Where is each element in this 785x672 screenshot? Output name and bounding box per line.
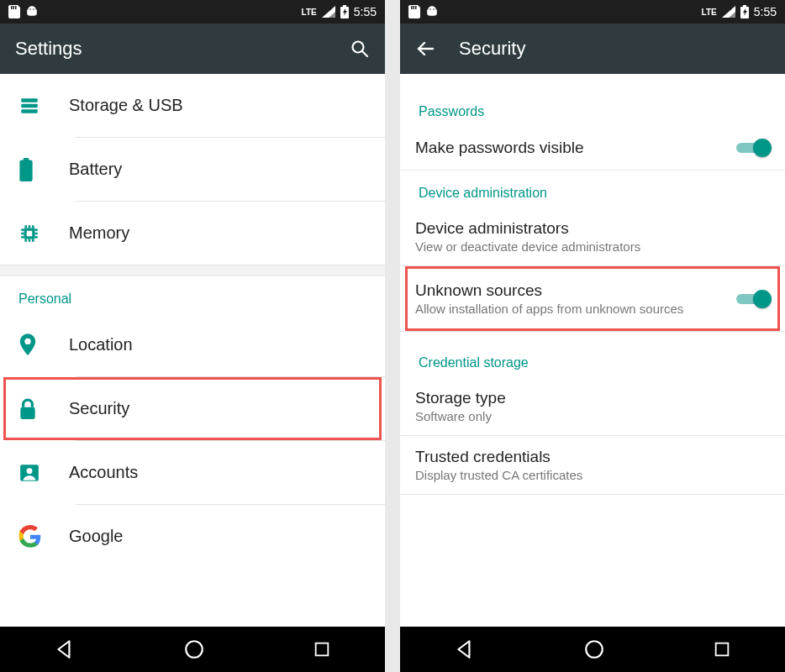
svg-point-28 xyxy=(24,338,30,344)
settings-item-label: Accounts xyxy=(69,441,373,504)
setting-sublabel: Software only xyxy=(415,409,693,423)
section-header-passwords: Passwords xyxy=(400,89,785,126)
svg-rect-9 xyxy=(21,98,38,102)
status-bar: LTE 5:55 xyxy=(0,0,385,24)
nav-recents-icon[interactable] xyxy=(713,640,731,659)
settings-item-location[interactable]: Location xyxy=(0,313,385,376)
settings-item-label: Battery xyxy=(69,138,373,201)
lte-indicator: LTE xyxy=(702,8,717,17)
svg-rect-10 xyxy=(21,103,38,107)
settings-item-label: Storage & USB xyxy=(69,74,373,137)
svg-rect-33 xyxy=(316,643,329,656)
settings-item-google[interactable]: Google xyxy=(0,505,385,568)
battery-charging-icon xyxy=(340,5,349,18)
storage-icon xyxy=(18,95,69,117)
settings-item-accounts[interactable]: Accounts xyxy=(0,441,385,504)
phone-settings: LTE 5:55 Settings Storage & USB xyxy=(0,0,385,672)
setting-sublabel: Allow installation of apps from unknown … xyxy=(415,302,683,316)
svg-rect-35 xyxy=(414,6,415,9)
nav-home-icon[interactable] xyxy=(583,638,605,660)
nav-back-icon[interactable] xyxy=(454,638,476,660)
svg-point-32 xyxy=(186,641,203,658)
setting-storage-type[interactable]: Storage type Software only xyxy=(400,377,785,435)
setting-sublabel: View or deactivate device administrators xyxy=(415,239,693,254)
status-time: 5:55 xyxy=(754,5,777,18)
phone-security: LTE 5:55 Security Passwords Make passwor… xyxy=(400,0,785,672)
svg-point-42 xyxy=(586,641,603,658)
setting-label: Storage type xyxy=(415,389,770,407)
section-header-credential-storage: Credential storage xyxy=(400,340,785,377)
svg-rect-29 xyxy=(20,407,34,418)
bugdroid-icon xyxy=(425,5,439,18)
svg-rect-2 xyxy=(15,6,17,9)
setting-make-passwords-visible[interactable]: Make passwords visible xyxy=(400,126,785,170)
setting-device-administrators[interactable]: Device administrators View or deactivate… xyxy=(400,207,785,265)
accounts-icon xyxy=(18,462,69,484)
settings-item-label: Memory xyxy=(69,202,373,265)
setting-label: Unknown sources xyxy=(415,281,683,300)
svg-line-8 xyxy=(362,51,367,56)
setting-sublabel: Display trusted CA certificates xyxy=(415,468,693,482)
search-icon[interactable] xyxy=(350,39,370,59)
svg-rect-34 xyxy=(411,6,413,9)
svg-point-4 xyxy=(33,8,34,10)
settings-item-battery[interactable]: Battery xyxy=(0,138,385,201)
status-bar: LTE 5:55 xyxy=(400,0,785,24)
page-title: Settings xyxy=(15,38,82,60)
section-header-device-admin: Device administration xyxy=(400,171,785,207)
settings-item-label: Location xyxy=(69,313,373,376)
app-bar: Security xyxy=(400,24,785,74)
toggle-switch[interactable] xyxy=(736,138,770,158)
battery-icon xyxy=(18,158,69,181)
section-header-personal: Personal xyxy=(0,276,385,313)
svg-rect-40 xyxy=(743,5,746,7)
setting-trusted-credentials[interactable]: Trusted credentials Display trusted CA c… xyxy=(400,436,785,494)
memory-icon xyxy=(18,223,69,244)
sd-card-icon xyxy=(8,5,20,18)
setting-label: Trusted credentials xyxy=(415,448,770,466)
status-time: 5:55 xyxy=(354,5,377,18)
nav-back-icon[interactable] xyxy=(54,638,76,660)
settings-item-memory[interactable]: Memory xyxy=(0,202,385,265)
google-icon xyxy=(18,525,69,549)
svg-point-38 xyxy=(433,8,435,10)
svg-point-3 xyxy=(29,8,31,10)
svg-point-37 xyxy=(429,8,431,10)
app-bar: Settings xyxy=(0,24,385,74)
settings-item-storage[interactable]: Storage & USB xyxy=(0,74,385,137)
lte-indicator: LTE xyxy=(302,8,317,17)
signal-icon xyxy=(322,6,335,18)
svg-rect-1 xyxy=(13,6,15,9)
back-arrow-icon[interactable] xyxy=(415,39,435,59)
svg-rect-6 xyxy=(343,5,346,7)
svg-rect-13 xyxy=(24,158,29,161)
svg-point-31 xyxy=(27,468,33,474)
page-title: Security xyxy=(459,38,525,60)
svg-rect-43 xyxy=(716,643,729,656)
nav-recents-icon[interactable] xyxy=(313,640,331,659)
svg-rect-11 xyxy=(21,109,38,113)
signal-icon xyxy=(722,6,735,18)
nav-bar xyxy=(0,627,385,672)
svg-rect-12 xyxy=(19,160,32,181)
settings-item-label: Security xyxy=(69,377,373,440)
setting-label: Device administrators xyxy=(415,219,770,238)
sd-card-icon xyxy=(408,5,420,18)
lock-icon xyxy=(18,398,69,420)
settings-item-label: Google xyxy=(69,505,373,568)
svg-rect-36 xyxy=(415,6,417,9)
nav-bar xyxy=(400,627,785,672)
svg-rect-15 xyxy=(27,230,33,236)
svg-rect-0 xyxy=(11,6,13,9)
location-icon xyxy=(18,333,69,357)
settings-item-security[interactable]: Security xyxy=(0,377,385,440)
setting-label: Make passwords visible xyxy=(415,139,584,157)
toggle-switch[interactable] xyxy=(736,289,770,309)
nav-home-icon[interactable] xyxy=(183,638,205,660)
setting-unknown-sources[interactable]: Unknown sources Allow installation of ap… xyxy=(400,266,785,331)
bugdroid-icon xyxy=(25,5,39,18)
battery-charging-icon xyxy=(740,5,749,18)
